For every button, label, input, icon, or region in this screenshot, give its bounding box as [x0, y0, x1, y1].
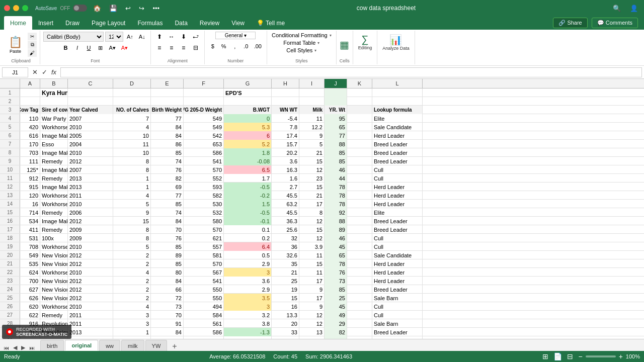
cell-C17[interactable]: 2009 [68, 225, 113, 234]
cell-D15[interactable]: 9 [113, 208, 151, 217]
cell-G18[interactable]: 0.2 [224, 234, 272, 242]
cell-D5[interactable]: 4 [113, 123, 151, 131]
fill-color-button[interactable]: A▾ [107, 43, 118, 53]
cell-A25[interactable]: 626 [20, 294, 40, 302]
page-layout-view-button[interactable]: 📄 [552, 352, 563, 360]
cell-C8[interactable]: 2010 [68, 148, 113, 157]
cell-I13[interactable]: 21 [299, 191, 325, 200]
cell-D9[interactable]: 8 [113, 157, 151, 165]
cell-L19[interactable]: Cull [372, 242, 423, 251]
cell-B1[interactable]: Kyra Hunter [40, 88, 68, 97]
cell-G20[interactable]: 0.5 [224, 251, 272, 259]
cell-K7[interactable] [347, 140, 372, 148]
cell-K16[interactable] [347, 217, 372, 225]
cell-E3[interactable]: AVG Birth Weight [151, 106, 184, 114]
cell-H22[interactable]: 21 [272, 268, 299, 277]
cell-G24[interactable]: 2.9 [224, 285, 272, 294]
cell-C25[interactable]: 2012 [68, 294, 113, 302]
cell-K1[interactable] [347, 88, 372, 97]
cell-I20[interactable]: 11 [299, 251, 325, 259]
comma-button[interactable]: , [230, 41, 240, 51]
cell-D8[interactable]: 10 [113, 148, 151, 157]
cell-D18[interactable]: 8 [113, 234, 151, 242]
cell-B17[interactable]: Remedy [40, 225, 68, 234]
cell-B23[interactable]: New Vision [40, 277, 68, 285]
tab-data[interactable]: Data [169, 16, 193, 30]
underline-button[interactable]: U [84, 43, 94, 53]
cell-G13[interactable]: -0.2 [224, 191, 272, 200]
cell-E15[interactable]: 74 [151, 208, 184, 217]
row-number[interactable]: 7 [0, 140, 20, 148]
cell-L15[interactable]: Elite [372, 208, 423, 217]
editing-section[interactable]: ∑ Editing [356, 32, 374, 52]
cell-B13[interactable]: Workhorse [40, 191, 68, 200]
comments-button[interactable]: 💬 Comments [592, 18, 638, 28]
cell-E29[interactable]: 84 [151, 328, 184, 336]
cell-J15[interactable]: 92 [325, 208, 347, 217]
cell-F7[interactable]: 653 [184, 140, 224, 148]
cell-C2[interactable] [68, 97, 113, 106]
cell-C13[interactable]: 2011 [68, 191, 113, 200]
italic-button[interactable]: I [72, 43, 83, 53]
cell-L9[interactable]: Breed Leader [372, 157, 423, 165]
cell-I8[interactable]: 21 [299, 148, 325, 157]
cell-D29[interactable]: 1 [113, 328, 151, 336]
row-number[interactable]: 4 [0, 114, 20, 122]
sheet-tab-yw[interactable]: YW [145, 340, 168, 351]
cell-C27[interactable]: 2011 [68, 311, 113, 319]
cell-D21[interactable]: 2 [113, 259, 151, 268]
cell-B7[interactable]: Esso [40, 140, 68, 148]
row-number[interactable]: 17 [0, 225, 20, 233]
cell-E21[interactable]: 85 [151, 259, 184, 268]
cell-H11[interactable]: 1.6 [272, 174, 299, 183]
cell-L24[interactable]: Breed Leader [372, 285, 423, 294]
cell-F27[interactable]: 584 [184, 311, 224, 319]
zoom-out-button[interactable]: − [577, 352, 583, 360]
cell-C14[interactable]: 2010 [68, 200, 113, 208]
cell-B9[interactable]: Remedy [40, 157, 68, 165]
cell-A2[interactable] [20, 97, 40, 106]
cell-L4[interactable]: Elite [372, 114, 423, 123]
decrease-decimal-button[interactable]: .00 [252, 41, 264, 51]
cell-E2[interactable] [151, 97, 184, 106]
row-number[interactable]: 18 [0, 234, 20, 242]
cell-F14[interactable]: 530 [184, 200, 224, 208]
align-right-button[interactable]: ≡ [178, 43, 189, 53]
cell-C23[interactable]: 2012 [68, 277, 113, 285]
cell-J16[interactable]: 88 [325, 217, 347, 225]
cell-I6[interactable]: 9 [299, 131, 325, 140]
cell-G6[interactable]: 6 [224, 131, 272, 140]
cell-K20[interactable] [347, 251, 372, 259]
cell-K24[interactable] [347, 285, 372, 294]
row-number[interactable]: 11 [0, 174, 20, 182]
cell-H5[interactable]: 7.8 [272, 123, 299, 131]
cell-E27[interactable]: 70 [151, 311, 184, 319]
cell-G29[interactable]: -1.3 [224, 328, 272, 336]
cell-B21[interactable]: New Vision [40, 259, 68, 268]
conditional-formatting-item[interactable]: Conditional Formatting ▾ [270, 32, 333, 39]
col-header-F[interactable]: F [184, 79, 224, 88]
cell-B5[interactable]: Workhorse [40, 123, 68, 131]
sheet-tab-milk[interactable]: milk [121, 340, 144, 351]
cell-K26[interactable] [347, 302, 372, 311]
cell-I5[interactable]: 12.2 [299, 123, 325, 131]
row-number[interactable]: 10 [0, 165, 20, 173]
cell-E22[interactable]: 80 [151, 268, 184, 277]
cell-G14[interactable]: 1.5 [224, 200, 272, 208]
cell-F17[interactable]: 570 [184, 225, 224, 234]
cell-F23[interactable]: 541 [184, 277, 224, 285]
cell-I25[interactable]: 17 [299, 294, 325, 302]
row-number[interactable]: 23 [0, 277, 20, 285]
cell-B18[interactable]: 100x [40, 234, 68, 242]
cell-B6[interactable]: Image Maker [40, 131, 68, 140]
cell-A10[interactable]: 125* [20, 165, 40, 174]
sheet-tab-original[interactable]: original [65, 340, 98, 351]
cell-G2[interactable] [224, 97, 272, 106]
cell-H27[interactable]: 13.3 [272, 311, 299, 319]
cell-F9[interactable]: 541 [184, 157, 224, 165]
cell-D28[interactable]: 3 [113, 319, 151, 328]
maximize-button[interactable] [22, 5, 28, 11]
cell-K5[interactable] [347, 123, 372, 131]
cell-I29[interactable]: 13 [299, 328, 325, 336]
cell-F8[interactable]: 586 [184, 148, 224, 157]
